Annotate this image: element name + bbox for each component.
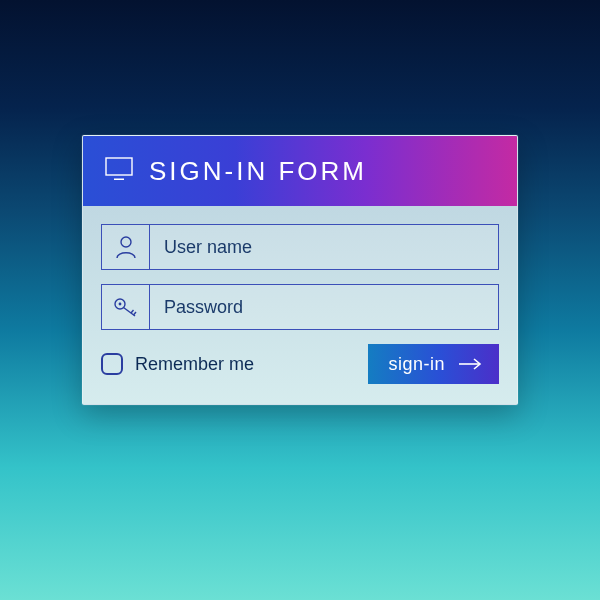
form-footer: Remember me sign-in — [101, 344, 499, 384]
username-input[interactable] — [150, 225, 498, 269]
remember-checkbox[interactable] — [101, 353, 123, 375]
signin-card: SIGN-IN FORM — [82, 135, 518, 405]
svg-point-4 — [118, 303, 121, 306]
signin-button-label: sign-in — [388, 354, 445, 375]
monitor-icon — [105, 157, 133, 185]
signin-button[interactable]: sign-in — [368, 344, 499, 384]
password-field[interactable] — [101, 284, 499, 330]
card-header: SIGN-IN FORM — [83, 136, 517, 206]
user-icon — [102, 225, 150, 269]
arrow-right-icon — [459, 354, 483, 375]
card-title: SIGN-IN FORM — [149, 156, 367, 187]
password-input[interactable] — [150, 285, 498, 329]
key-icon — [102, 285, 150, 329]
svg-point-2 — [121, 237, 131, 247]
svg-line-6 — [131, 310, 134, 313]
card-body: Remember me sign-in — [83, 206, 517, 404]
svg-rect-0 — [106, 158, 132, 175]
svg-line-7 — [133, 312, 136, 315]
remember-me[interactable]: Remember me — [101, 353, 254, 375]
remember-label: Remember me — [135, 354, 254, 375]
username-field[interactable] — [101, 224, 499, 270]
